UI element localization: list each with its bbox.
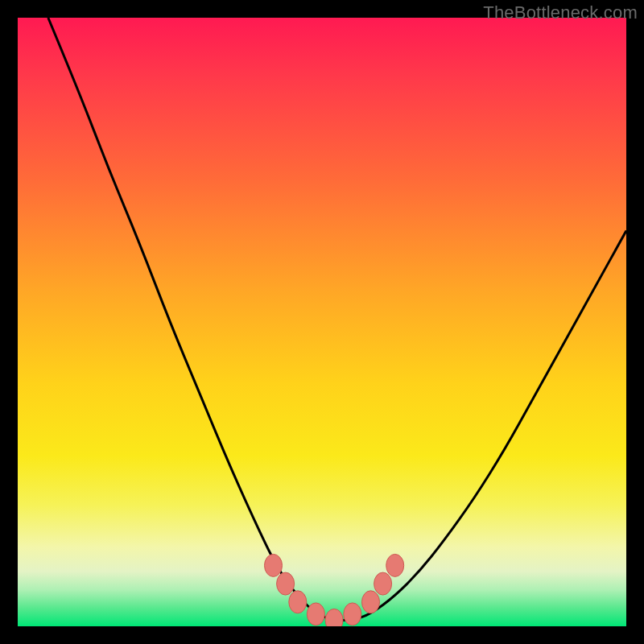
marker-point <box>325 609 343 626</box>
highlight-markers <box>265 554 404 626</box>
bottleneck-curve <box>48 18 626 620</box>
plot-area <box>18 18 626 626</box>
curve-path <box>48 18 626 620</box>
watermark-text: TheBottleneck.com <box>483 2 638 23</box>
marker-point <box>277 572 295 595</box>
marker-point <box>362 591 380 613</box>
chart-outer-frame: TheBottleneck.com <box>0 0 644 644</box>
curve-layer <box>18 18 626 626</box>
marker-point <box>265 554 283 576</box>
marker-point <box>344 603 361 625</box>
marker-point <box>374 572 392 595</box>
marker-point <box>386 554 404 576</box>
marker-point <box>289 591 307 613</box>
marker-point <box>307 603 324 625</box>
